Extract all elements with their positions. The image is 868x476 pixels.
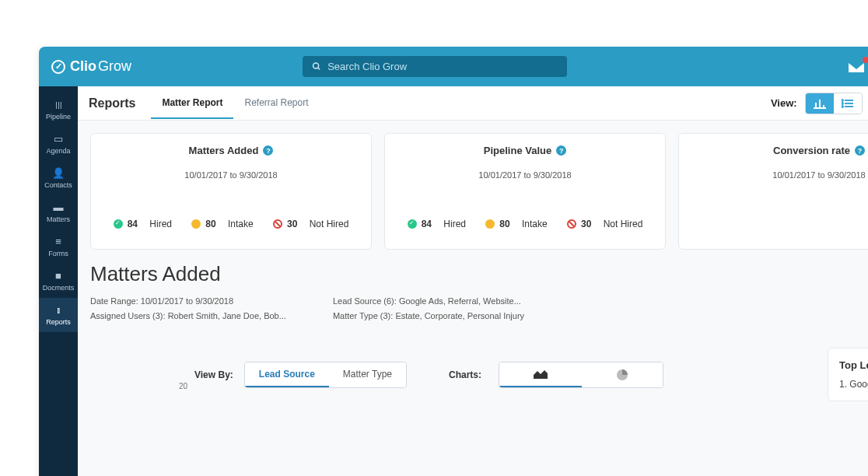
card-pipeline-value: Pipeline Value? 10/01/2017 to 9/30/2018 …	[384, 133, 666, 250]
status-intake-icon	[191, 219, 201, 229]
top-bar: ClioGrow Quick intake	[39, 47, 868, 86]
stat-intake: 80 Intake	[485, 219, 547, 229]
status-hired-icon	[114, 219, 123, 229]
logo: ClioGrow	[51, 58, 131, 75]
card-conversion-rate: Conversion rate? 10/01/2017 to 9/30/2018	[678, 133, 868, 250]
charts-line-button[interactable]	[499, 362, 582, 387]
chart-icon: ⫾	[56, 304, 61, 316]
sidebar-item-agenda[interactable]: ▭Agenda	[39, 127, 78, 161]
card-date-range: 10/01/2017 to 9/30/2018	[691, 170, 868, 180]
viewby-segment: Lead Source Matter Type	[244, 362, 407, 388]
sidebar: ⫼Pipeline ▭Agenda 👤Contacts ▬Matters ≡Fo…	[39, 86, 78, 476]
meta-lead-source: Lead Source (6): Google Ads, Referral, W…	[333, 294, 524, 309]
bar-chart-icon	[814, 98, 826, 109]
search-icon	[312, 61, 321, 72]
charts-label: Charts:	[449, 369, 481, 380]
meta-assigned-users: Assigned Users (3): Robert Smith, Jane D…	[90, 309, 286, 324]
view-label: View:	[771, 97, 797, 109]
help-icon[interactable]: ?	[263, 145, 273, 156]
card-date-range: 10/01/2017 to 9/30/2018	[397, 170, 653, 180]
list-icon: ≡	[55, 236, 61, 247]
card-date-range: 10/01/2017 to 9/30/2018	[103, 170, 359, 180]
svg-line-1	[318, 68, 320, 70]
viewby-matter-type[interactable]: Matter Type	[329, 362, 406, 387]
help-icon[interactable]: ?	[556, 145, 566, 156]
sidebar-item-matters[interactable]: ▬Matters	[39, 195, 78, 229]
status-not-hired-icon	[273, 219, 282, 229]
top-lead-source-item: 1. Google Ads	[839, 379, 868, 390]
inbox-icon[interactable]	[847, 60, 866, 74]
svg-point-9	[842, 100, 843, 101]
meta-matter-type: Matter Type (3): Estate, Corporate, Pers…	[333, 309, 524, 324]
list-view-icon	[842, 98, 854, 109]
folder-icon: ■	[55, 270, 61, 282]
pipeline-icon: ⫼	[54, 99, 64, 110]
tab-matter-report[interactable]: Matter Report	[151, 88, 233, 119]
briefcase-icon: ▬	[54, 201, 64, 213]
stat-hired: 84 Hired	[408, 219, 466, 229]
sidebar-item-forms[interactable]: ≡Forms	[39, 229, 78, 264]
pie-chart-icon	[616, 369, 628, 381]
status-intake-icon	[485, 219, 495, 229]
top-lead-sources-panel: Top Lead Sources 1. Google Ads	[828, 348, 868, 401]
logo-product: Grow	[98, 58, 131, 74]
logo-check-icon	[51, 60, 65, 74]
viewby-lead-source[interactable]: Lead Source	[245, 362, 329, 387]
stat-intake: 80 Intake	[191, 219, 253, 229]
sidebar-item-documents[interactable]: ■Docments	[39, 264, 78, 298]
calendar-icon: ▭	[54, 133, 63, 145]
status-hired-icon	[408, 219, 417, 229]
section-title: Matters Added	[90, 262, 868, 286]
help-icon[interactable]: ?	[855, 145, 865, 156]
stat-not-hired: 30 Not Hired	[567, 219, 642, 229]
svg-point-11	[842, 106, 843, 107]
search-input[interactable]	[327, 61, 558, 72]
sidebar-item-pipeline[interactable]: ⫼Pipeline	[39, 93, 78, 127]
view-list-button[interactable]	[834, 93, 862, 114]
meta-date-range: Date Range: 10/01/2017 to 9/30/2018	[90, 294, 286, 309]
card-matters-added: Matters Added? 10/01/2017 to 9/30/2018 8…	[90, 133, 372, 250]
viewby-label: View By:	[194, 369, 233, 380]
svg-point-10	[842, 103, 843, 104]
tab-referral-report[interactable]: Referral Report	[233, 88, 319, 119]
status-not-hired-icon	[567, 219, 576, 229]
sidebar-item-reports[interactable]: ⫾Reports	[39, 298, 78, 332]
area-chart-icon	[534, 369, 548, 380]
stat-not-hired: 30 Not Hired	[273, 219, 348, 229]
page-title: Reports	[89, 96, 135, 110]
view-chart-button[interactable]	[806, 93, 834, 114]
stat-hired: 84 Hired	[114, 219, 172, 229]
tab-bar: Reports Matter Report Referral Report Vi…	[78, 86, 868, 121]
svg-point-0	[313, 63, 319, 68]
logo-brand: Clio	[70, 58, 96, 74]
notification-dot-icon	[863, 57, 868, 63]
view-toggle	[805, 93, 863, 114]
charts-pie-button[interactable]	[582, 362, 663, 387]
chart-yaxis-tick: 20	[179, 382, 187, 390]
top-lead-sources-title: Top Lead Sources	[839, 359, 868, 371]
person-icon: 👤	[52, 167, 65, 179]
charts-segment	[499, 362, 663, 388]
sidebar-item-contacts[interactable]: 👤Contacts	[39, 161, 78, 195]
search-box[interactable]	[303, 56, 567, 77]
